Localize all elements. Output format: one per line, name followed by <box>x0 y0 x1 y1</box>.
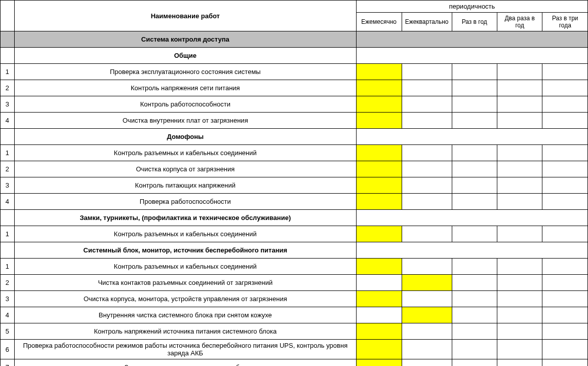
period-cell <box>452 323 497 340</box>
period-cell <box>402 323 452 340</box>
header-period-col: Ежемесячно <box>356 13 402 31</box>
period-cell <box>452 177 497 194</box>
period-cell <box>452 226 497 242</box>
subsection-num <box>1 48 15 64</box>
period-cell <box>542 194 588 210</box>
period-cell <box>452 340 497 359</box>
period-cell <box>452 307 497 323</box>
period-cell <box>452 194 497 210</box>
period-cell <box>402 145 452 161</box>
period-cell <box>452 291 497 307</box>
period-cell <box>402 307 452 323</box>
period-cell <box>542 340 588 359</box>
period-cell <box>497 291 542 307</box>
row-name: Контроль разъемных и кабельных соединени… <box>14 145 356 161</box>
period-cell <box>402 340 452 359</box>
period-cell <box>542 307 588 323</box>
period-cell <box>542 323 588 340</box>
row-name: Проверка работоспособности <box>14 194 356 210</box>
period-cell <box>497 161 542 177</box>
row-num: 3 <box>1 177 15 194</box>
period-cell <box>542 96 588 113</box>
period-cell <box>542 226 588 242</box>
row-num: 1 <box>1 64 15 80</box>
row-name: Очистка корпуса от загрязнения <box>14 161 356 177</box>
period-cell <box>402 64 452 80</box>
period-cell <box>356 96 402 113</box>
period-cell <box>542 291 588 307</box>
row-name: Контроль напряжения сети питания <box>14 80 356 96</box>
row-num: 2 <box>1 275 15 291</box>
period-cell <box>542 80 588 96</box>
period-cell <box>356 177 402 194</box>
main-section-periods <box>356 31 587 48</box>
row-name: Очистка внутренних плат от загрязнения <box>14 113 356 129</box>
period-cell <box>497 275 542 291</box>
period-cell <box>497 323 542 340</box>
main-section-title: Система контроля доступа <box>14 31 356 48</box>
period-cell <box>402 80 452 96</box>
period-cell <box>402 161 452 177</box>
row-num: 7 <box>1 359 15 367</box>
row-name: Заполнение журнала регламента работ <box>14 359 356 367</box>
row-num: 2 <box>1 161 15 177</box>
period-cell <box>356 80 402 96</box>
period-cell <box>497 113 542 129</box>
period-cell <box>402 177 452 194</box>
subsection-num <box>1 129 15 145</box>
period-cell <box>356 259 402 275</box>
row-name: Контроль питающих напряжений <box>14 177 356 194</box>
header-num <box>1 1 15 31</box>
period-cell <box>452 359 497 367</box>
period-cell <box>356 161 402 177</box>
period-cell <box>452 259 497 275</box>
period-cell <box>402 96 452 113</box>
subsection-num <box>1 242 15 259</box>
row-num: 3 <box>1 291 15 307</box>
period-cell <box>497 64 542 80</box>
row-num: 4 <box>1 307 15 323</box>
subsection-periods <box>356 129 587 145</box>
row-name: Проверка эксплуатационного состояния сис… <box>14 64 356 80</box>
row-num: 1 <box>1 145 15 161</box>
period-cell <box>497 340 542 359</box>
period-cell <box>402 226 452 242</box>
row-name: Контроль напряжений источника питания си… <box>14 323 356 340</box>
period-cell <box>542 145 588 161</box>
header-periodicity: периодичность <box>356 1 587 13</box>
period-cell <box>356 64 402 80</box>
header-period-col: Ежеквартально <box>402 13 452 31</box>
period-cell <box>497 177 542 194</box>
period-cell <box>542 64 588 80</box>
period-cell <box>402 259 452 275</box>
period-cell <box>452 64 497 80</box>
period-cell <box>452 275 497 291</box>
header-period-col: Два раза в год <box>497 13 542 31</box>
subsection-title: Домофоны <box>14 129 356 145</box>
period-cell <box>497 259 542 275</box>
period-cell <box>542 275 588 291</box>
row-num: 2 <box>1 80 15 96</box>
header-period-col: Раз в три года <box>542 13 588 31</box>
period-cell <box>497 226 542 242</box>
period-cell <box>356 226 402 242</box>
period-cell <box>497 359 542 367</box>
period-cell <box>356 359 402 367</box>
row-name: Контроль работоспособности <box>14 96 356 113</box>
subsection-title: Замки, турникеты, (профилактика и технич… <box>14 210 356 226</box>
period-cell <box>452 96 497 113</box>
period-cell <box>497 307 542 323</box>
period-cell <box>356 194 402 210</box>
period-cell <box>402 113 452 129</box>
period-cell <box>497 145 542 161</box>
row-name: Очистка корпуса, монитора, устройств упр… <box>14 291 356 307</box>
period-cell <box>452 161 497 177</box>
period-cell <box>542 259 588 275</box>
row-name: Чистка контактов разъемных соединений от… <box>14 275 356 291</box>
period-cell <box>542 113 588 129</box>
period-cell <box>402 275 452 291</box>
row-num: 1 <box>1 226 15 242</box>
subsection-title: Системный блок, монитор, источник беспер… <box>14 242 356 259</box>
row-name: Контроль разъемных и кабельных соединени… <box>14 259 356 275</box>
period-cell <box>356 145 402 161</box>
